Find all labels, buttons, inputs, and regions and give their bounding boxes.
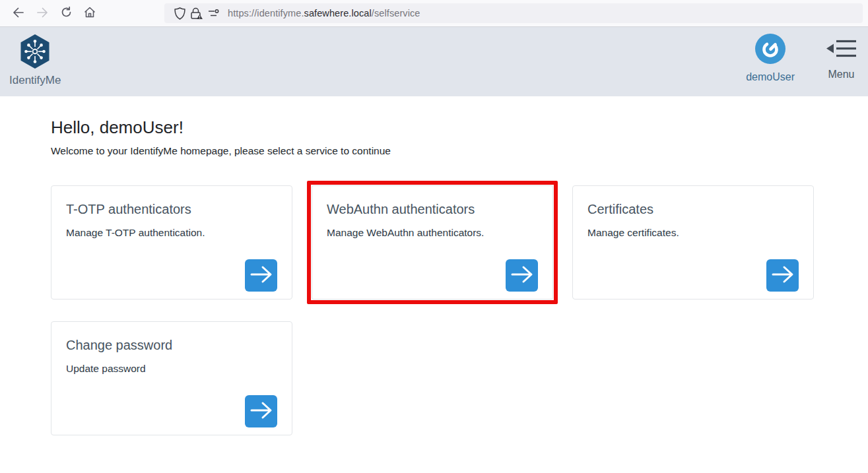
card-description: Update password (66, 363, 277, 375)
identifyme-logo-icon (18, 34, 51, 72)
home-icon (84, 7, 96, 20)
url-domain: safewhere.local (304, 8, 372, 18)
card-description: Manage T-OTP authentication. (66, 227, 277, 239)
power-user-icon (755, 34, 785, 67)
service-cards: T-OTP authenticators Manage T-OTP authen… (51, 185, 818, 435)
tracking-protection-shield-icon[interactable] (171, 5, 188, 22)
user-menu-button[interactable]: demoUser (746, 34, 795, 83)
menu-button[interactable]: Menu (826, 34, 856, 83)
arrow-right-icon (250, 400, 273, 423)
page-subtitle: Welcome to your IdentifyMe homepage, ple… (51, 145, 817, 157)
url-text: https://identifyme.safewhere.local/selfs… (228, 8, 420, 18)
url-path: /selfservice (372, 8, 420, 18)
brand-logo-block[interactable]: IdentifyMe (9, 34, 61, 87)
card-description: Manage WebAuthn authenticators. (327, 227, 538, 239)
page-title: Hello, demoUser! (51, 117, 817, 138)
certificates-go-button[interactable] (766, 259, 799, 292)
forward-button[interactable] (32, 3, 52, 23)
arrow-right-icon (511, 264, 533, 287)
lock-warning-icon[interactable] (188, 5, 205, 22)
back-icon (13, 7, 24, 20)
selfservice-page: Hello, demoUser! Welcome to your Identif… (0, 96, 868, 435)
card-title: Change password (66, 338, 277, 353)
card-title: Certificates (587, 202, 799, 217)
forward-icon (36, 7, 48, 20)
home-button[interactable] (80, 3, 100, 23)
card-title: T-OTP authenticators (66, 202, 277, 217)
annotation-highlight-box: WebAuthn authenticators Manage WebAuthn … (307, 181, 558, 304)
browser-toolbar: https://identifyme.safewhere.local/selfs… (0, 0, 868, 27)
card-change-password[interactable]: Change password Update password (51, 321, 292, 435)
permissions-icon[interactable] (205, 5, 222, 22)
url-bar[interactable]: https://identifyme.safewhere.local/selfs… (164, 3, 863, 23)
totp-go-button[interactable] (245, 259, 277, 292)
card-certificates[interactable]: Certificates Manage certificates. (572, 185, 814, 300)
menu-label: Menu (828, 69, 854, 80)
url-prefix: https://identifyme. (228, 8, 304, 18)
app-header: IdentifyMe demoUser (0, 27, 868, 96)
reload-button[interactable] (56, 3, 76, 23)
card-totp-authenticators[interactable]: T-OTP authenticators Manage T-OTP authen… (51, 185, 292, 300)
menu-collapse-icon (826, 34, 856, 64)
user-label: demoUser (746, 71, 795, 83)
header-actions: demoUser Menu (746, 34, 856, 83)
arrow-right-icon (250, 264, 273, 287)
change-password-go-button[interactable] (245, 395, 277, 427)
card-title: WebAuthn authenticators (327, 202, 538, 217)
arrow-right-icon (772, 264, 794, 287)
card-description: Manage certificates. (587, 227, 799, 239)
brand-label: IdentifyMe (9, 74, 61, 87)
card-webauthn-authenticators[interactable]: WebAuthn authenticators Manage WebAuthn … (312, 185, 553, 300)
webauthn-go-button[interactable] (506, 259, 538, 292)
back-button[interactable] (9, 3, 28, 23)
reload-icon (61, 7, 72, 20)
